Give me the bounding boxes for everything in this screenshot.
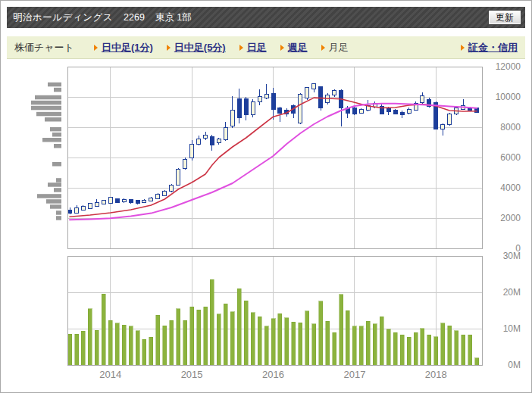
- tab-monthly-label: 月足: [329, 41, 349, 55]
- arrow-icon: [167, 45, 171, 51]
- tabbar-label: 株価チャート: [14, 41, 74, 55]
- svg-text:2017: 2017: [343, 369, 365, 380]
- tab-intraday-5min[interactable]: 日中足(5分): [167, 41, 226, 55]
- svg-text:0M: 0M: [508, 360, 521, 370]
- refresh-button[interactable]: 更新: [488, 10, 521, 25]
- svg-text:30M: 30M: [503, 251, 521, 261]
- svg-text:8000: 8000: [500, 122, 521, 133]
- svg-text:2016: 2016: [262, 369, 284, 380]
- svg-text:2018: 2018: [425, 369, 447, 380]
- chart-region: 12000100008000600040002000030M20M10M0M20…: [1, 59, 532, 393]
- svg-text:20M: 20M: [503, 287, 521, 298]
- tab-intraday-1min-label[interactable]: 日中足(1分): [102, 41, 153, 55]
- stock-name: 明治ホールディングス: [13, 11, 113, 24]
- arrow-icon: [239, 45, 243, 51]
- arrow-icon: [461, 45, 465, 51]
- arrow-icon: [280, 45, 284, 51]
- margin-credit-wrap: 証金・信用: [461, 41, 518, 55]
- tab-intraday-1min[interactable]: 日中足(1分): [94, 41, 153, 55]
- tab-weekly[interactable]: 週足: [280, 41, 308, 55]
- svg-text:4000: 4000: [500, 182, 521, 193]
- tab-weekly-label[interactable]: 週足: [288, 41, 308, 55]
- margin-credit-link[interactable]: 証金・信用: [468, 41, 518, 55]
- svg-text:2000: 2000: [500, 213, 521, 223]
- stock-chart-page: 明治ホールディングス 2269 東京 1部 更新 株価チャート 日中足(1分)日…: [0, 0, 532, 393]
- svg-text:2014: 2014: [99, 369, 121, 380]
- svg-text:2015: 2015: [181, 369, 203, 380]
- svg-text:6000: 6000: [500, 152, 521, 163]
- tab-daily[interactable]: 日足: [239, 41, 267, 55]
- price-volume-chart: 12000100008000600040002000030M20M10M0M20…: [1, 59, 532, 393]
- titlebar: 明治ホールディングス 2269 東京 1部 更新: [7, 7, 525, 28]
- chart-tabbar: 株価チャート 日中足(1分)日中足(5分)日足週足月足 証金・信用: [7, 36, 525, 59]
- arrow-icon: [94, 45, 98, 51]
- arrow-icon: [321, 45, 325, 51]
- stock-code: 2269: [124, 12, 145, 23]
- svg-text:10000: 10000: [496, 92, 521, 102]
- tab-monthly: 月足: [321, 41, 349, 55]
- period-tabs: 日中足(1分)日中足(5分)日足週足月足: [94, 41, 349, 55]
- svg-text:12000: 12000: [496, 61, 521, 72]
- stock-market: 東京 1部: [155, 11, 192, 24]
- tab-intraday-5min-label[interactable]: 日中足(5分): [174, 41, 226, 55]
- tab-daily-label[interactable]: 日足: [247, 41, 267, 55]
- svg-text:10M: 10M: [503, 323, 521, 334]
